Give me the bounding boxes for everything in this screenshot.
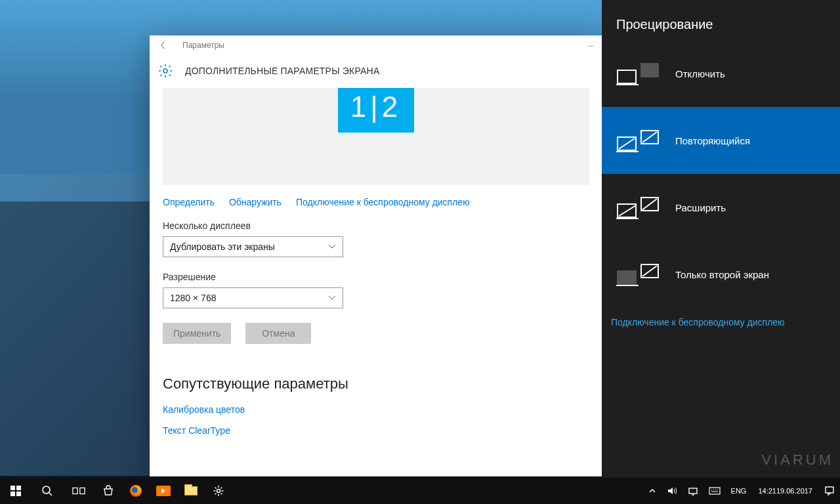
project-option-label: Только второй экран — [675, 269, 769, 280]
tray-clock[interactable]: 14:21 19.06.2017 — [751, 478, 819, 504]
cleartype-link[interactable]: Текст ClearType — [163, 425, 589, 436]
taskbar: ENG 14:21 19.06.2017 — [0, 478, 840, 504]
clock-time: 14:21 — [758, 487, 776, 495]
related-title: Сопутствующие параметры — [163, 375, 589, 392]
duplicate-icon — [616, 125, 661, 156]
titlebar: Параметры — [150, 35, 602, 55]
resolution-value: 840 × 504 — [170, 293, 216, 303]
project-option-label: Расширить — [675, 202, 726, 213]
tray-keyboard-icon[interactable] — [704, 478, 726, 504]
disconnect-icon — [616, 58, 661, 89]
system-tray: ENG 14:21 19.06.2017 — [643, 478, 840, 504]
action-center-button[interactable] — [819, 478, 840, 504]
project-option-second-only[interactable]: Только второй экран — [602, 241, 840, 308]
gear-icon — [158, 63, 173, 79]
project-flyout: Проецирование Отключить Повторяющийся Ра… — [602, 0, 840, 478]
page-title: ДОПОЛНИТЕЛЬНЫЕ ПАРАМЕТРЫ ЭКРАНА — [185, 66, 379, 76]
detect-link[interactable]: Обнаружить — [229, 197, 282, 207]
chevron-down-icon — [328, 243, 336, 251]
resolution-combo[interactable]: 840 × 504 — [163, 287, 343, 308]
minimize-button[interactable] — [587, 40, 596, 51]
multiple-displays-label: Несколько дисплеев — [163, 220, 589, 231]
taskbar-app-store[interactable] — [94, 478, 122, 504]
firefox-icon — [130, 485, 142, 497]
svg-rect-3 — [641, 64, 658, 77]
identify-link[interactable]: Определить — [163, 197, 215, 207]
svg-rect-8 — [618, 271, 636, 284]
tray-network-icon[interactable] — [682, 478, 704, 504]
svg-rect-0 — [588, 45, 594, 46]
action-buttons: Применить Отмена — [163, 323, 589, 344]
settings-content: 1|2 Определить Обнаружить Подключение к … — [150, 88, 602, 476]
svg-rect-2 — [618, 70, 636, 83]
clock-date: 19.06.2017 — [776, 487, 812, 495]
svg-point-14 — [43, 486, 50, 494]
task-view-button[interactable] — [63, 478, 94, 504]
svg-point-17 — [217, 490, 220, 493]
color-calibration-link[interactable]: Калибровка цветов — [163, 404, 589, 415]
taskbar-app-firefox[interactable] — [122, 478, 150, 504]
taskbar-app-media[interactable] — [150, 478, 177, 504]
svg-rect-19 — [709, 488, 720, 494]
taskbar-app-settings[interactable] — [205, 478, 232, 504]
extend-icon — [616, 192, 661, 222]
resolution-label: Разрешение — [163, 272, 589, 282]
taskbar-app-explorer[interactable] — [177, 478, 205, 504]
monitor-tile[interactable]: 1|2 — [338, 88, 414, 133]
second-only-icon — [616, 259, 661, 289]
svg-rect-15 — [73, 488, 77, 494]
project-option-extend[interactable]: Расширить — [602, 174, 840, 241]
back-button[interactable] — [156, 38, 171, 52]
svg-rect-16 — [80, 488, 85, 494]
project-option-disconnect[interactable]: Отключить — [602, 40, 840, 107]
settings-window: Параметры ДОПОЛНИТЕЛЬНЫЕ ПАРАМЕТРЫ ЭКРАН… — [150, 35, 602, 476]
flyout-wireless-link[interactable]: Подключение к беспроводному дисплею — [602, 308, 840, 327]
wireless-display-link[interactable]: Подключение к беспроводному дисплею — [296, 197, 470, 207]
cancel-button[interactable]: Отмена — [245, 323, 311, 344]
svg-point-1 — [163, 69, 167, 73]
tray-language[interactable]: ENG — [726, 478, 752, 504]
svg-rect-11 — [16, 486, 21, 490]
page-header: ДОПОЛНИТЕЛЬНЫЕ ПАРАМЕТРЫ ЭКРАНА — [150, 55, 602, 88]
search-button[interactable] — [32, 478, 63, 504]
project-option-label: Повторяющийся — [675, 135, 750, 146]
svg-rect-20 — [826, 487, 833, 493]
svg-rect-13 — [16, 492, 21, 496]
media-icon — [156, 486, 171, 496]
chevron-down-icon — [328, 294, 336, 302]
tray-volume-icon[interactable] — [662, 478, 682, 504]
display-preview[interactable]: 1|2 — [163, 88, 589, 185]
svg-rect-12 — [10, 492, 15, 496]
multiple-displays-combo[interactable]: Дублировать эти экраны — [163, 236, 343, 257]
preview-links: Определить Обнаружить Подключение к бесп… — [163, 197, 589, 207]
folder-icon — [184, 486, 198, 495]
apply-button[interactable]: Применить — [163, 323, 231, 344]
app-name: Параметры — [182, 41, 224, 50]
project-option-duplicate[interactable]: Повторяющийся — [602, 107, 840, 174]
svg-rect-10 — [10, 486, 15, 490]
start-button[interactable] — [0, 478, 32, 504]
project-option-label: Отключить — [675, 68, 725, 79]
multiple-displays-value: Дублировать эти экраны — [170, 242, 275, 252]
project-flyout-title: Проецирование — [602, 0, 840, 40]
tray-overflow[interactable] — [643, 478, 662, 504]
svg-rect-18 — [689, 488, 697, 494]
